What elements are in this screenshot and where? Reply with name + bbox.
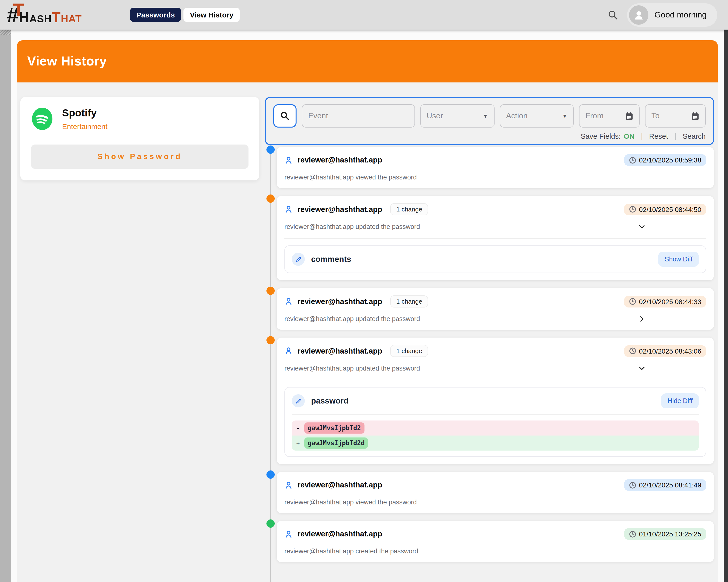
profile-pill[interactable]: Good morning [627, 3, 717, 26]
left-scrollbar[interactable] [0, 30, 11, 582]
changed-field-name: comments [311, 255, 351, 264]
chevron-down-icon: ▼ [562, 113, 568, 119]
action-dropdown[interactable]: Action ▼ [500, 104, 574, 128]
history-entry: reviewer@hashthat.app 01/10/2025 13:25:2… [277, 521, 714, 562]
diff-added-value: gawJMvsIjpbTd2d [304, 438, 368, 449]
timeline-dot [266, 520, 275, 528]
clock-icon [629, 298, 636, 305]
diff-toggle-button[interactable]: Hide Diff [661, 393, 699, 408]
history-entry-card: reviewer@hashthat.app 02/10/2025 08:41:4… [277, 472, 714, 513]
calendar-icon [625, 112, 633, 120]
logo-word-hash-small: ASH [29, 13, 52, 25]
date-to-label: To [651, 112, 691, 120]
event-input[interactable] [302, 104, 415, 128]
user-dropdown[interactable]: User ▼ [420, 104, 494, 128]
divider: | [641, 132, 643, 140]
save-fields-value: ON [624, 132, 634, 140]
date-from-label: From [585, 112, 625, 120]
diff-toggle-button[interactable]: Show Diff [658, 252, 699, 267]
app-root: # T H ASH T HAT Passwords View History [0, 0, 728, 582]
service-category: Entertainment [62, 122, 107, 131]
date-to-field[interactable]: To [645, 104, 706, 128]
timeline-dot [266, 470, 275, 479]
timeline-dot [266, 194, 275, 203]
history-entry-card: reviewer@hashthat.app 1 change 02/10/202… [277, 337, 714, 464]
timestamp-text: 02/10/2025 08:41:49 [639, 481, 701, 489]
clock-icon [629, 157, 636, 164]
history-timeline: reviewer@hashthat.app 02/10/2025 08:59:3… [265, 147, 714, 582]
timestamp-text: 01/10/2025 13:25:25 [639, 530, 701, 538]
chevron-down-icon: ▼ [483, 113, 488, 119]
history-filter-panel: User ▼ Action ▼ From [265, 97, 714, 145]
clock-icon [629, 481, 636, 489]
diff-removed-value: gawJMvsIjpbTd2 [304, 422, 364, 434]
timestamp-text: 02/10/2025 08:43:06 [639, 347, 701, 355]
history-entry-card: reviewer@hashthat.app 1 change 02/10/202… [277, 196, 714, 280]
right-column: User ▼ Action ▼ From [265, 97, 714, 582]
entry-description: reviewer@hashthat.app viewed the passwor… [284, 499, 706, 506]
person-icon [633, 8, 645, 21]
avatar [629, 5, 649, 25]
changed-field-card: comments Show Diff [284, 245, 706, 273]
timestamp-badge: 02/10/2025 08:44:33 [624, 296, 706, 307]
history-entry-card: reviewer@hashthat.app 01/10/2025 13:25:2… [277, 521, 714, 562]
top-header: # T H ASH T HAT Passwords View History [0, 0, 728, 30]
chevron-toggle[interactable] [638, 365, 646, 372]
hash-t-overlay: T [13, 1, 24, 19]
timeline-dot [266, 287, 275, 295]
chevron-toggle[interactable] [638, 223, 646, 230]
page-title: View History [27, 54, 107, 69]
history-entry-card: reviewer@hashthat.app 1 change 02/10/202… [277, 288, 714, 330]
timeline-line [270, 149, 271, 582]
calendar-icon [691, 112, 699, 120]
action-dropdown-label: Action [506, 112, 562, 120]
diff-added-row: + gawJMvsIjpbTd2d [292, 436, 699, 450]
hashthat-logo[interactable]: # T H ASH T HAT [7, 4, 82, 25]
clock-icon [629, 206, 636, 213]
timestamp-badge: 02/10/2025 08:59:38 [624, 154, 706, 166]
user-icon [284, 156, 293, 164]
entry-description: reviewer@hashthat.app updated the passwo… [284, 223, 638, 230]
timestamp-text: 02/10/2025 08:44:33 [639, 298, 701, 305]
change-count-badge: 1 change [390, 345, 428, 357]
chevron-toggle[interactable] [638, 315, 646, 323]
history-entry: reviewer@hashthat.app 02/10/2025 08:41:4… [277, 472, 714, 513]
history-entry: reviewer@hashthat.app 1 change 02/10/202… [277, 196, 714, 280]
left-scrollbar-notch [0, 30, 11, 35]
entry-description: reviewer@hashthat.app created the passwo… [284, 548, 706, 555]
save-fields-toggle[interactable]: Save Fields: ON [581, 132, 634, 140]
timestamp-text: 02/10/2025 08:59:38 [639, 156, 701, 164]
plus-sign: + [292, 439, 304, 447]
main-nav: Passwords View History [130, 8, 240, 22]
right-scrollbar[interactable] [724, 0, 728, 582]
show-password-button[interactable]: Show Password [31, 144, 249, 169]
history-entry: reviewer@hashthat.app 1 change 02/10/202… [277, 288, 714, 330]
magnifier-icon [280, 111, 290, 121]
nav-view-history-button[interactable]: View History [183, 8, 240, 22]
nav-passwords-button[interactable]: Passwords [130, 8, 181, 22]
entry-user-email: reviewer@hashthat.app [297, 297, 382, 306]
history-entry: reviewer@hashthat.app 02/10/2025 08:59:3… [277, 147, 714, 188]
change-count-badge: 1 change [390, 203, 428, 215]
minus-sign: - [292, 424, 304, 432]
search-submit-button[interactable]: Search [683, 132, 706, 140]
search-icon[interactable] [608, 9, 619, 20]
filter-search-button[interactable] [273, 104, 296, 128]
history-entry-card: reviewer@hashthat.app 02/10/2025 08:59:3… [277, 147, 714, 188]
diff-view: - gawJMvsIjpbTd2 + gawJMvsIjpbTd2d [292, 414, 699, 450]
pencil-icon [292, 394, 305, 408]
header-right: Good morning [608, 0, 717, 30]
entry-description: reviewer@hashthat.app updated the passwo… [284, 365, 638, 372]
changed-field-name: password [311, 396, 348, 406]
entry-user-email: reviewer@hashthat.app [297, 156, 382, 164]
entry-expanded-section: comments Show Diff [284, 238, 706, 273]
spotify-logo-icon [31, 107, 53, 131]
timestamp-badge: 02/10/2025 08:41:49 [624, 479, 706, 491]
date-from-field[interactable]: From [579, 104, 640, 128]
password-card: Spotify Entertainment Show Password [20, 97, 259, 181]
left-column: Spotify Entertainment Show Password [20, 97, 259, 582]
diff-removed-row: - gawJMvsIjpbTd2 [292, 420, 699, 436]
reset-button[interactable]: Reset [649, 132, 668, 140]
timestamp-badge: 02/10/2025 08:43:06 [624, 345, 706, 357]
timestamp-badge: 01/10/2025 13:25:25 [624, 528, 706, 540]
